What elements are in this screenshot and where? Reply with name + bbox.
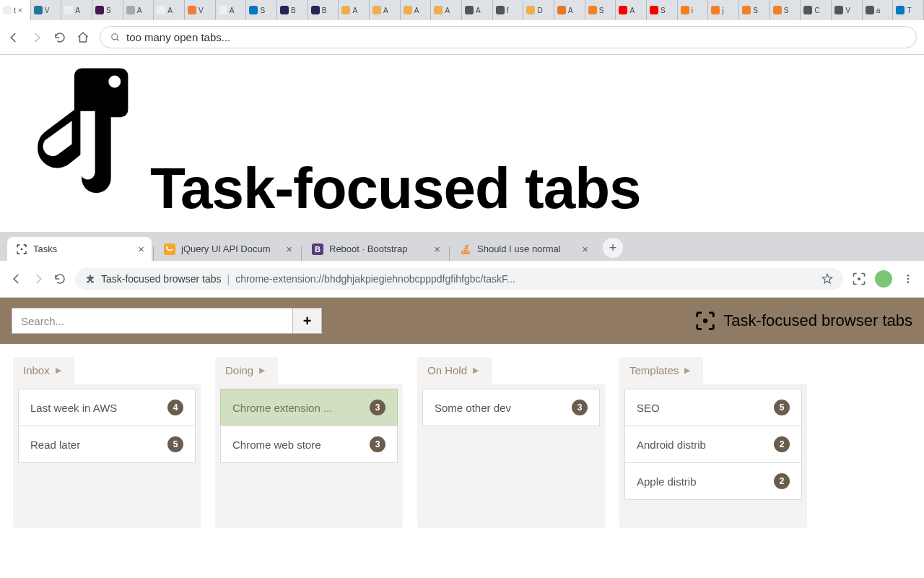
top-tab[interactable]: V [31, 0, 62, 20]
column-title: Templates [629, 364, 679, 376]
tab-label: a [876, 7, 881, 14]
top-tab[interactable]: B [308, 0, 339, 20]
top-tab[interactable]: S [585, 0, 616, 20]
avatar[interactable] [875, 270, 892, 288]
column-title: On Hold [427, 364, 467, 376]
top-tab[interactable]: V [185, 0, 216, 20]
tab-label: Tasks [33, 243, 132, 254]
hero-title: Task-focused tabs [150, 160, 640, 221]
column-header[interactable]: On Hold▶ [417, 357, 492, 384]
top-tab[interactable]: A [370, 0, 401, 20]
top-tab[interactable]: S [92, 0, 123, 20]
extension-icon [85, 274, 95, 284]
close-icon[interactable]: × [434, 243, 440, 255]
add-button[interactable]: + [293, 308, 322, 334]
browser-tab[interactable]: BReboot · Bootstrap× [303, 237, 448, 261]
close-icon[interactable]: × [18, 6, 22, 14]
top-tab[interactable]: A [401, 0, 432, 20]
tab-label: i [692, 7, 693, 14]
svg-point-1 [108, 76, 121, 88]
column-header[interactable]: Templates▶ [619, 357, 703, 384]
browser-tab[interactable]: jQuery UI API Docum× [155, 237, 300, 261]
column-header[interactable]: Doing▶ [215, 357, 278, 384]
card-count-badge: 3 [370, 436, 385, 452]
favicon [126, 6, 135, 14]
top-tab[interactable]: A [123, 0, 154, 20]
top-tab[interactable]: j [708, 0, 739, 20]
close-icon[interactable]: × [138, 243, 144, 255]
tab-label: S [784, 7, 789, 14]
close-icon[interactable]: × [582, 243, 588, 255]
new-tab-button[interactable]: + [603, 238, 623, 258]
top-tab[interactable]: S [246, 0, 277, 20]
top-tab[interactable]: S [739, 0, 770, 20]
reload-icon[interactable] [53, 272, 66, 285]
card-count-badge: 4 [167, 400, 183, 415]
home-icon[interactable] [77, 31, 90, 44]
close-icon[interactable]: × [286, 243, 292, 255]
second-browser: Tasks×jQuery UI API Docum×BReboot · Boot… [0, 232, 924, 541]
back-icon[interactable] [7, 31, 20, 44]
browser-tab[interactable]: Should I use normal× [451, 237, 596, 261]
task-card[interactable]: Some other dev3 [422, 389, 600, 426]
favicon [280, 6, 289, 14]
tab-label: V [45, 7, 50, 14]
top-tab[interactable]: A [462, 0, 493, 20]
top-tab[interactable]: i [678, 0, 709, 20]
card-label: Some other dev [435, 402, 511, 414]
tab-label: V [199, 7, 204, 14]
card-label: Chrome web store [232, 439, 321, 451]
extension-title-wrap: Task-focused browser tabs [694, 310, 912, 332]
top-tab[interactable]: V [832, 0, 863, 20]
top-tab[interactable]: D [523, 0, 554, 20]
forward-icon[interactable] [32, 272, 45, 285]
top-tab[interactable]: A [216, 0, 247, 20]
top-tab[interactable]: A [554, 0, 585, 20]
task-card[interactable]: Last week in AWS4 [18, 389, 196, 426]
star-icon[interactable] [821, 273, 833, 285]
second-omnibox[interactable]: Task-focused browser tabs | chrome-exten… [75, 268, 843, 290]
favicon [619, 6, 627, 14]
search-input[interactable] [12, 308, 293, 334]
top-tab[interactable]: S [770, 0, 801, 20]
tab-label: B [322, 7, 327, 14]
task-card[interactable]: Read later5 [18, 426, 196, 463]
reload-icon[interactable] [53, 31, 66, 44]
board-column: On Hold▶Some other dev3 [417, 357, 605, 528]
capture-icon[interactable] [852, 272, 866, 286]
favicon [866, 6, 874, 14]
menu-icon[interactable] [902, 273, 914, 285]
top-tab[interactable]: A [431, 0, 462, 20]
second-toolbar: Task-focused browser tabs | chrome-exten… [0, 261, 924, 298]
column-header[interactable]: Inbox▶ [13, 357, 74, 384]
top-tab[interactable]: T [893, 0, 924, 20]
top-tab[interactable]: t× [0, 0, 31, 20]
favicon [188, 6, 196, 14]
forward-icon[interactable] [30, 31, 43, 44]
top-tab[interactable]: A [61, 0, 92, 20]
top-tab[interactable]: a [863, 0, 894, 20]
tab-label: B [291, 7, 296, 14]
back-icon[interactable] [10, 272, 23, 285]
task-card[interactable]: Chrome web store3 [220, 426, 398, 463]
task-card[interactable]: Chrome extension ...3 [220, 389, 398, 426]
top-tab[interactable]: S [647, 0, 678, 20]
top-tab[interactable]: f [493, 0, 524, 20]
task-card[interactable]: Apple distrib2 [624, 462, 802, 500]
browser-tab[interactable]: Tasks× [7, 237, 152, 261]
task-card[interactable]: Android distrib2 [624, 426, 802, 463]
tab-label: A [445, 7, 450, 14]
top-tab[interactable]: B [277, 0, 308, 20]
kanban-board: Inbox▶Last week in AWS4Read later5Doing▶… [0, 344, 924, 541]
favicon [434, 6, 443, 14]
omnibox-separator: | [227, 273, 230, 285]
card-count-badge: 2 [774, 473, 790, 489]
top-tab[interactable]: C [801, 0, 832, 20]
top-omnibox[interactable]: too many open tabs... [100, 26, 917, 48]
favicon [773, 6, 782, 14]
task-card[interactable]: SEO5 [624, 389, 802, 426]
top-tab[interactable]: A [339, 0, 370, 20]
tab-label: A [414, 7, 419, 14]
top-tab[interactable]: A [154, 0, 185, 20]
top-tab[interactable]: A [616, 0, 647, 20]
